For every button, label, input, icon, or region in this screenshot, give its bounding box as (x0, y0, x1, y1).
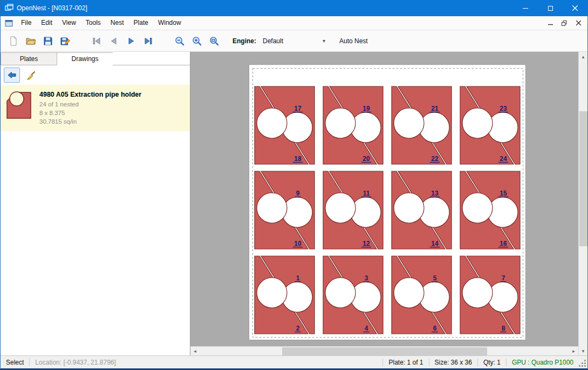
scroll-down-arrow[interactable]: ▾ (579, 346, 588, 355)
tab-drawings[interactable]: Drawings (57, 52, 113, 65)
resize-grip[interactable] (579, 356, 587, 368)
horizontal-scroll-thumb[interactable] (282, 347, 487, 355)
vertical-scroll-thumb[interactable] (579, 111, 587, 246)
plate[interactable]: 171819202122232491011121314151612345678 (249, 64, 526, 340)
drawing-size: 8 x 8.375 (39, 109, 141, 117)
tab-drawings-label: Drawings (71, 55, 98, 63)
go-previous-button[interactable] (105, 32, 122, 50)
nest-pair[interactable]: 1112 (323, 171, 383, 249)
zoom-out-button[interactable] (171, 32, 188, 50)
tab-plates-label: Plates (20, 55, 38, 63)
mdi-restore-icon (562, 21, 567, 26)
close-button[interactable] (563, 0, 587, 16)
save-as-icon (60, 36, 71, 46)
menu-nest[interactable]: Nest (106, 16, 129, 30)
drawing-title: 4980 A05 Extraction pipe holder (39, 90, 141, 99)
part-number-label: 12 (363, 240, 370, 247)
nest-pair[interactable]: 2122 (392, 86, 452, 164)
tab-plates[interactable]: Plates (1, 52, 57, 65)
status-gpu: GPU : Quadro P1000 (506, 359, 579, 366)
close-icon (572, 5, 578, 11)
mdi-close-icon (576, 21, 581, 25)
nest-pair[interactable]: 12 (255, 256, 314, 334)
menu-file[interactable]: File (16, 16, 36, 30)
window-controls (513, 0, 587, 16)
nest-pair[interactable]: 910 (255, 171, 314, 249)
go-next-button[interactable] (122, 32, 140, 50)
scroll-left-arrow[interactable]: ◂ (190, 347, 200, 356)
new-button[interactable] (5, 32, 22, 50)
drawing-area: 30.7815 sq/in (39, 117, 141, 126)
go-first-icon (91, 36, 102, 46)
auto-nest-label[interactable]: Auto Nest (339, 37, 368, 45)
main-toolbar: Engine: Default ▾ Auto Nest (1, 30, 587, 52)
minimize-icon (523, 8, 528, 9)
maximize-button[interactable] (538, 0, 563, 16)
statusbar: Select Location: [-0.9437, 21.8796] Plat… (1, 355, 587, 368)
drawings-toolbar (1, 65, 190, 85)
save-button[interactable] (39, 32, 57, 50)
part-number-label: 24 (500, 155, 507, 163)
menu-window[interactable]: Window (153, 16, 186, 30)
zoom-in-icon (192, 36, 202, 46)
part-number-label: 20 (363, 155, 370, 163)
replace-drawing-button[interactable] (4, 68, 20, 83)
go-last-icon (143, 36, 154, 46)
go-previous-icon (108, 36, 119, 46)
nest-pair[interactable]: 2324 (460, 86, 520, 164)
go-first-button[interactable] (88, 32, 105, 50)
nest-pair[interactable]: 1920 (323, 86, 383, 164)
canvas-column: 171819202122232491011121314151612345678 … (190, 52, 578, 355)
mdi-close-button[interactable] (571, 17, 585, 29)
nest-pair[interactable]: 1516 (460, 171, 520, 249)
vertical-scrollbar[interactable]: ▴ ▾ (578, 52, 587, 355)
minimize-button[interactable] (513, 0, 538, 16)
mdi-child-icon[interactable] (5, 19, 13, 27)
nest-canvas[interactable]: 171819202122232491011121314151612345678 (190, 52, 578, 346)
part-number-label: 3 (365, 274, 368, 282)
mdi-minimize-button[interactable] (543, 17, 557, 29)
drawing-list-item[interactable]: 4980 A05 Extraction pipe holder 24 of 1 … (1, 85, 190, 131)
part-number-label: 19 (363, 105, 370, 112)
go-last-button[interactable] (140, 32, 157, 50)
part-number-label: 23 (500, 105, 507, 112)
part-number-label: 16 (500, 240, 507, 247)
chevron-down-icon: ▾ (323, 38, 325, 44)
horizontal-scrollbar[interactable]: ◂ ▸ (190, 346, 578, 355)
zoom-fit-button[interactable] (206, 32, 223, 50)
nest-pair[interactable]: 1718 (255, 86, 314, 164)
engine-select[interactable]: Default ▾ (258, 35, 327, 48)
nest-pair[interactable]: 34 (323, 256, 383, 334)
part-number-label: 9 (296, 190, 300, 197)
nest-pair[interactable]: 56 (392, 256, 452, 334)
part-number-label: 7 (502, 274, 505, 282)
zoom-in-button[interactable] (188, 32, 206, 50)
nest-pair[interactable]: 1314 (392, 171, 452, 249)
clean-button[interactable] (23, 68, 39, 83)
scroll-right-arrow[interactable]: ▸ (569, 347, 578, 356)
scroll-up-arrow[interactable]: ▴ (579, 52, 588, 61)
part-number-label: 5 (433, 274, 437, 282)
open-button[interactable] (22, 32, 39, 50)
nest-pair[interactable]: 78 (460, 256, 520, 334)
part-thumbnail (5, 90, 33, 126)
save-as-button[interactable] (57, 32, 74, 50)
nest-svg[interactable]: 171819202122232491011121314151612345678 (249, 65, 527, 341)
part-number-label: 4 (365, 325, 368, 332)
menu-view[interactable]: View (57, 16, 81, 30)
zoom-out-icon (174, 36, 185, 46)
window-title: OpenNest - [N0317-002] (17, 4, 87, 12)
menu-tools[interactable]: Tools (81, 16, 106, 30)
status-qty: Qty: 1 (477, 359, 506, 366)
menu-plate[interactable]: Plate (129, 16, 153, 30)
part-number-label: 11 (363, 190, 370, 197)
sidebar: Plates Drawings (1, 52, 190, 355)
blue-return-arrow-icon (7, 70, 17, 80)
menu-edit[interactable]: Edit (36, 16, 57, 30)
mdi-minimize-icon (548, 21, 553, 25)
part-number-label: 18 (294, 155, 302, 163)
mdi-restore-button[interactable] (557, 17, 571, 29)
sidebar-tabs: Plates Drawings (1, 52, 190, 65)
part-number-label: 6 (433, 325, 437, 332)
part-number-label: 10 (294, 240, 302, 247)
